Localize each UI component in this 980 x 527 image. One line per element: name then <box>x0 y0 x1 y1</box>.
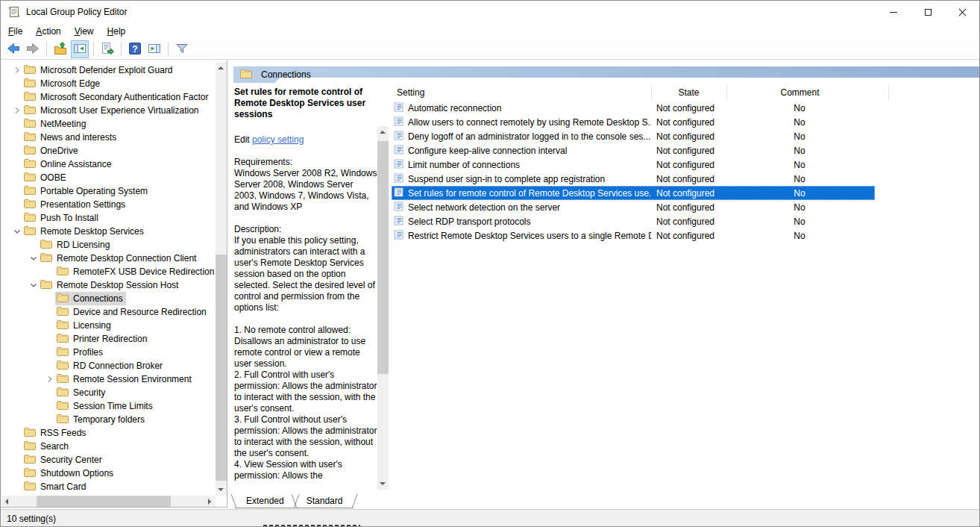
tree-item-remote-session-environment[interactable]: Remote Session Environment <box>1 372 215 386</box>
tree-item-security-center[interactable]: Security Center <box>1 453 215 467</box>
show-console-tree-button[interactable] <box>71 40 89 58</box>
scroll-up-icon[interactable] <box>380 131 386 134</box>
menu-action[interactable]: Action <box>29 24 67 39</box>
filter-button[interactable] <box>173 40 191 58</box>
tree-node[interactable]: OOBE <box>22 171 69 184</box>
scroll-up-icon[interactable] <box>218 66 224 69</box>
menu-help[interactable]: Help <box>101 24 133 39</box>
tree-hscroll-thumb[interactable] <box>37 496 171 507</box>
chevron-right-icon[interactable] <box>45 374 55 384</box>
chevron-right-icon[interactable] <box>12 105 22 116</box>
tree-item-oobe[interactable]: OOBE <box>1 171 215 184</box>
tree-vscroll-thumb[interactable] <box>216 255 227 481</box>
up-one-level-button[interactable] <box>51 40 69 58</box>
chevron-right-icon[interactable] <box>12 65 22 75</box>
tree-item-session-time-limits[interactable]: Session Time Limits <box>1 399 215 413</box>
tree-item-microsoft-user-experience-virtualization[interactable]: Microsoft User Experience Virtualization <box>1 104 215 117</box>
menu-view[interactable]: View <box>68 24 101 39</box>
menu-file[interactable]: File <box>1 24 29 39</box>
tree-item-connections[interactable]: Connections <box>1 292 215 305</box>
tree-node[interactable]: NetMeeting <box>22 117 89 131</box>
tree-item-presentation-settings[interactable]: Presentation Settings <box>1 198 215 211</box>
column-separator[interactable] <box>726 84 727 101</box>
tree-node[interactable]: Online Assistance <box>22 158 114 171</box>
tree-node[interactable]: Printer Redirection <box>55 332 150 346</box>
tree-item-microsoft-defender-exploit-guard[interactable]: Microsoft Defender Exploit Guard <box>1 63 215 77</box>
setting-row[interactable]: Allow users to connect remotely by using… <box>392 115 875 129</box>
tree-item-remotefx-usb-device-redirection[interactable]: RemoteFX USB Device Redirection <box>1 265 215 278</box>
tree-node[interactable]: Licensing <box>55 319 114 332</box>
tree-item-microsoft-secondary-authentication-factor[interactable]: Microsoft Secondary Authentication Facto… <box>1 90 215 104</box>
tree-item-rss-feeds[interactable]: RSS Feeds <box>1 426 215 440</box>
tree-node[interactable]: RD Connection Broker <box>55 359 166 372</box>
tree-node[interactable]: Remote Desktop Services <box>22 225 147 238</box>
tree-item-news-and-interests[interactable]: News and interests <box>1 131 215 144</box>
forward-button[interactable] <box>24 40 42 58</box>
tree-node[interactable]: Security <box>55 386 108 399</box>
tree-item-portable-operating-system[interactable]: Portable Operating System <box>1 184 215 198</box>
tree-horizontal-scrollbar[interactable] <box>1 496 216 507</box>
tree-item-microsoft-edge[interactable]: Microsoft Edge <box>1 77 215 90</box>
tree-item-temporary-folders[interactable]: Temporary folders <box>1 413 215 426</box>
tree-item-remote-desktop-services[interactable]: Remote Desktop Services <box>1 225 215 238</box>
tree-node[interactable]: Session Time Limits <box>55 399 156 413</box>
help-button[interactable]: ? <box>126 40 144 58</box>
scroll-right-icon[interactable] <box>208 499 211 505</box>
tree-item-rd-licensing[interactable]: RD Licensing <box>1 238 215 252</box>
minimize-button[interactable] <box>876 1 911 23</box>
tree-item-licensing[interactable]: Licensing <box>1 319 215 332</box>
tree-node[interactable]: Presentation Settings <box>22 198 128 211</box>
tree-node[interactable]: Microsoft Defender Exploit Guard <box>22 63 175 77</box>
tree-node[interactable]: Profiles <box>55 346 106 359</box>
setting-row[interactable]: Automatic reconnectionNot configuredNo <box>392 101 875 115</box>
setting-row[interactable]: Limit number of connectionsNot configure… <box>392 158 875 172</box>
tree-node[interactable]: Security Center <box>22 453 105 467</box>
chevron-down-icon[interactable] <box>28 280 39 290</box>
tree-node[interactable]: Remote Desktop Connection Client <box>39 252 199 265</box>
tree-item-security[interactable]: Security <box>1 386 215 399</box>
tree-node[interactable]: Smart Card <box>22 480 89 493</box>
edit-policy-setting-link[interactable]: policy setting <box>252 134 304 145</box>
chevron-down-icon[interactable] <box>28 253 39 264</box>
scroll-left-icon[interactable] <box>5 499 8 505</box>
tree-node[interactable]: Shutdown Options <box>22 467 116 480</box>
show-action-pane-button[interactable] <box>145 40 163 58</box>
scroll-down-icon[interactable] <box>380 482 386 485</box>
maximize-button[interactable] <box>911 1 945 23</box>
tree-item-device-and-resource-redirection[interactable]: Device and Resource Redirection <box>1 305 215 319</box>
setting-row[interactable]: Suspend user sign-in to complete app reg… <box>392 172 875 186</box>
tree-node[interactable]: OneDrive <box>22 144 81 158</box>
tree-node[interactable]: RD Licensing <box>39 238 113 252</box>
tree-selected-node[interactable]: Connections <box>55 292 126 305</box>
tree-item-remote-desktop-connection-client[interactable]: Remote Desktop Connection Client <box>1 252 215 265</box>
column-separator[interactable] <box>651 84 652 101</box>
setting-row[interactable]: Deny logoff of an administrator logged i… <box>392 129 875 143</box>
tree-node[interactable]: Microsoft Edge <box>22 77 103 90</box>
tab-extended[interactable]: Extended <box>235 494 295 508</box>
tree-node[interactable]: RSS Feeds <box>22 426 89 440</box>
tree-item-smart-card[interactable]: Smart Card <box>1 480 215 493</box>
setting-row[interactable]: Configure keep-alive connection interval… <box>392 143 875 158</box>
close-button[interactable] <box>945 1 979 23</box>
column-header-setting[interactable]: Setting <box>397 85 424 100</box>
tree-item-search[interactable]: Search <box>1 440 215 453</box>
setting-row[interactable]: Select RDP transport protocolsNot config… <box>392 214 875 228</box>
tree-node[interactable]: Search <box>22 440 72 453</box>
tree-item-remote-desktop-session-host[interactable]: Remote Desktop Session Host <box>1 278 215 292</box>
column-header-comment[interactable]: Comment <box>726 85 873 100</box>
tree-item-profiles[interactable]: Profiles <box>1 346 215 359</box>
tree-node[interactable]: Portable Operating System <box>22 184 151 198</box>
tree-node[interactable]: News and interests <box>22 131 119 144</box>
tree-node[interactable]: Remote Session Environment <box>55 372 195 386</box>
tree-node[interactable]: Microsoft User Experience Virtualization <box>22 104 202 117</box>
tree-vertical-scrollbar[interactable] <box>216 62 227 496</box>
tree-item-shutdown-options[interactable]: Shutdown Options <box>1 467 215 480</box>
tree-node[interactable]: Temporary folders <box>55 413 148 426</box>
tree-node[interactable]: Microsoft Secondary Authentication Facto… <box>22 90 211 104</box>
tree-item-online-assistance[interactable]: Online Assistance <box>1 158 215 171</box>
chevron-down-icon[interactable] <box>12 226 22 237</box>
tree-node[interactable]: Push To Install <box>22 211 101 225</box>
column-header-state[interactable]: State <box>651 85 726 100</box>
tree-node[interactable]: Device and Resource Redirection <box>55 305 210 319</box>
export-list-button[interactable] <box>98 40 116 58</box>
